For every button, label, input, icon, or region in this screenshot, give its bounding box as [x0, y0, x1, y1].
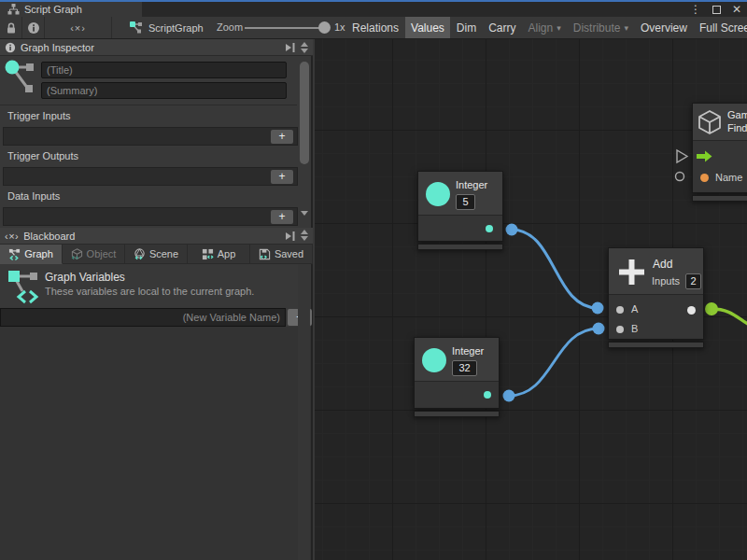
lock-icon	[5, 21, 18, 35]
graph-canvas[interactable]: Integer 5 Integer 32	[315, 39, 747, 560]
dim-button[interactable]: Dim	[451, 17, 482, 38]
trigger-outputs-list: +	[3, 167, 298, 186]
integer-value-field[interactable]: 32	[452, 360, 477, 376]
node-integer-5[interactable]: Integer 5	[417, 171, 503, 250]
edge-endpoint-dot[interactable]	[705, 302, 718, 315]
port-a-label: A	[631, 303, 638, 315]
graph-inspector-title: Graph Inspector	[21, 42, 94, 53]
chevron-down-icon: ▾	[557, 23, 561, 33]
blackboard-scroll-track[interactable]	[298, 264, 310, 560]
graph-breadcrumb[interactable]: ScriptGraph	[129, 17, 204, 38]
edge-integer5-to-add-a[interactable]	[512, 230, 598, 308]
node-title: Integer	[456, 179, 487, 190]
node-footer	[414, 411, 500, 417]
output-port[interactable]	[687, 306, 696, 315]
graph-variables-title: Graph Variables	[45, 271, 125, 284]
tab-object-variables[interactable]: Object	[63, 245, 125, 264]
scroll-down-button[interactable]	[301, 49, 308, 53]
add-icon	[617, 258, 646, 287]
edge-integer32-to-add-b[interactable]	[509, 329, 599, 396]
full-screen-button[interactable]: Full Screen	[694, 17, 747, 38]
scrollbar-thumb[interactable]	[300, 62, 309, 164]
edge-endpoint-dot[interactable]	[503, 390, 515, 402]
data-inputs-label: Data Inputs	[7, 190, 60, 202]
scroll-down-button[interactable]	[301, 236, 308, 241]
popout-icon[interactable]	[284, 231, 296, 242]
name-input-port[interactable]	[700, 174, 709, 182]
edge-endpoint-dot[interactable]	[592, 302, 604, 315]
carry-button[interactable]: Carry	[483, 17, 521, 38]
tab-app-variables[interactable]: App	[188, 245, 250, 264]
output-port[interactable]	[484, 391, 491, 399]
variables-icon: ‹×›	[5, 231, 19, 242]
node-footer	[692, 195, 747, 202]
overview-button[interactable]: Overview	[635, 17, 693, 38]
trigger-arrow-icon[interactable]	[697, 150, 712, 162]
zoom-slider-handle[interactable]	[318, 21, 331, 34]
object-variables-icon	[71, 248, 83, 260]
graph-title-input[interactable]	[41, 62, 287, 78]
zoom-label: Zoom	[217, 17, 243, 38]
input-port-b[interactable]	[616, 326, 624, 333]
align-dropdown[interactable]: Align▾	[523, 17, 567, 38]
popout-icon[interactable]	[284, 42, 296, 53]
toolbar-buttons: Relations Values Dim Carry Align▾ Distri…	[346, 17, 747, 38]
tab-saved-variables[interactable]: Saved	[250, 245, 313, 264]
new-variable-name-input[interactable]	[0, 308, 286, 327]
graph-hierarchy-icon	[7, 4, 20, 15]
tab-label: Script Graph	[24, 4, 82, 15]
lock-button[interactable]	[0, 17, 22, 38]
scroll-up-button[interactable]	[301, 42, 308, 47]
code-view-button[interactable]: ‹×›	[45, 17, 112, 38]
side-panel: Graph Inspector Trigger Inputs + Trigg	[0, 39, 313, 560]
integer-icon	[426, 182, 450, 206]
tab-graph-variables[interactable]: Graph	[0, 245, 63, 264]
graph-variables-icon	[8, 248, 21, 260]
node-integer-32[interactable]: Integer 32	[414, 337, 500, 417]
trigger-inputs-list: +	[3, 127, 298, 146]
app-variables-icon	[202, 248, 214, 260]
graph-name-label: ScriptGraph	[148, 22, 204, 34]
window-maximize-button[interactable]	[712, 6, 721, 14]
graph-toolbar: ‹×› ScriptGraph Zoom 1x Relations Values…	[0, 17, 747, 39]
zoom-slider-track[interactable]	[245, 27, 329, 29]
integer-value-field[interactable]: 5	[456, 194, 475, 210]
inspector-scroll-bottom	[298, 209, 310, 217]
info-icon	[5, 42, 16, 53]
node-footer	[608, 342, 704, 348]
node-footer	[417, 244, 503, 250]
trigger-port-outline-icon[interactable]	[677, 150, 687, 162]
output-port[interactable]	[486, 225, 493, 232]
tab-bar: Script Graph ⋮ ✕	[0, 2, 747, 17]
relations-button[interactable]: Relations	[346, 17, 404, 38]
zoom-value: 1x	[334, 17, 345, 38]
add-trigger-input-button[interactable]: +	[271, 130, 293, 144]
inputs-count-field[interactable]: 2	[685, 273, 701, 289]
scene-variables-icon	[134, 248, 146, 260]
add-trigger-output-button[interactable]: +	[271, 170, 293, 184]
data-port-outline-icon[interactable]	[676, 173, 684, 181]
graph-summary-input[interactable]	[41, 82, 287, 99]
data-inputs-list: +	[3, 207, 298, 226]
window-menu-button[interactable]: ⋮	[690, 3, 701, 16]
distribute-dropdown[interactable]: Distribute▾	[568, 17, 634, 38]
input-port-a[interactable]	[616, 306, 624, 314]
scroll-down-button[interactable]	[301, 211, 308, 216]
port-name-label: Name	[715, 172, 742, 183]
tab-scene-variables[interactable]: Scene	[125, 245, 188, 264]
blackboard-tabs: Graph Object Scene	[0, 245, 313, 264]
node-add[interactable]: Add Inputs 2 A B	[608, 247, 704, 348]
tab-script-graph[interactable]: Script Graph	[0, 2, 142, 17]
window-close-button[interactable]: ✕	[732, 3, 741, 16]
edge-endpoint-dot[interactable]	[506, 224, 518, 236]
values-button[interactable]: Values	[405, 17, 450, 38]
node-title-line2: Find	[727, 122, 747, 133]
chevron-down-icon: ▾	[624, 23, 628, 33]
add-data-input-button[interactable]: +	[271, 210, 293, 224]
node-gameobject-find[interactable]: GameObject Find Name	[692, 103, 747, 202]
integer-icon	[422, 348, 446, 372]
scroll-up-button[interactable]	[301, 230, 308, 234]
inspector-toggle-button[interactable]	[22, 17, 45, 38]
node-title-line1: GameObject	[727, 109, 747, 120]
edge-endpoint-dot[interactable]	[593, 323, 605, 335]
